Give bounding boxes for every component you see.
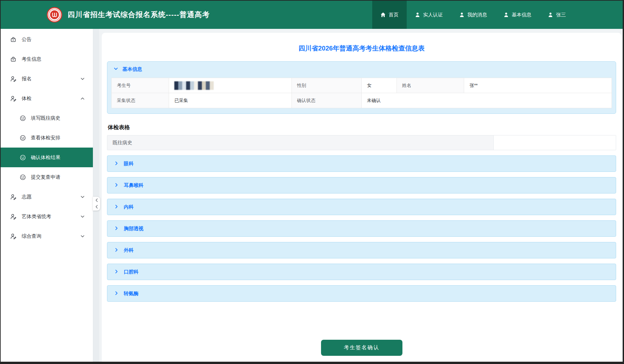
smiley-icon: [20, 154, 26, 161]
collection-status-value: 已采集: [169, 93, 291, 108]
basic-info-panel-title: 基本信息: [122, 66, 142, 72]
sidebar-item-label: 查看体检安排: [31, 135, 60, 141]
basic-info-table: 考生号 性别 女 姓名 张** 采集状态 已采集 确认状态: [111, 78, 612, 108]
basic-info-panel-body: 考生号 性别 女 姓名 张** 采集状态 已采集 确认状态: [107, 77, 616, 113]
nav-item-basic-info[interactable]: 基本信息: [495, 1, 540, 29]
medical-history-value: [494, 135, 616, 150]
name-label: 姓名: [397, 78, 464, 93]
table-row: 考生号 性别 女 姓名 张**: [112, 78, 612, 93]
sidebar-item-label: 志愿: [22, 194, 32, 200]
nav-item-home[interactable]: 首页: [372, 1, 407, 29]
exam-form-heading: 体检表格: [108, 124, 615, 131]
section-internal-medicine[interactable]: 内科: [107, 199, 616, 215]
nav-item-label: 我的消息: [467, 12, 487, 18]
section-label: 耳鼻喉科: [124, 182, 143, 189]
user-edit-icon: [10, 193, 17, 200]
user-edit-icon: [10, 75, 17, 82]
section-label: 转氨酶: [124, 291, 139, 297]
smiley-icon: [20, 135, 26, 141]
sidebar-collapse-handle[interactable]: [93, 197, 100, 211]
section-label: 内科: [124, 204, 134, 210]
chevron-down-icon: [80, 234, 85, 238]
sidebar-item-physical-exam[interactable]: 体检: [1, 89, 93, 108]
sidebar-gutter: [93, 29, 99, 362]
table-row: 采集状态 已采集 确认状态 未确认: [112, 93, 612, 108]
sidebar-subitem-fill-medical-history[interactable]: 填写既往病史: [1, 108, 93, 128]
sidebar-item-preferences[interactable]: 志愿: [1, 187, 93, 207]
nav-item-identity-verification[interactable]: 实人认证: [407, 1, 451, 29]
chevron-right-icon: [114, 269, 119, 275]
footer-actions: 考生签名确认: [107, 340, 616, 356]
brand: 四川省招生考试综合报名系统-----普通高考: [1, 7, 210, 23]
app-title: 四川省招生考试综合报名系统-----普通高考: [68, 10, 210, 20]
chevron-right-icon: [114, 161, 119, 167]
user-edit-icon: [10, 233, 17, 240]
sidebar-item-label: 报名: [22, 76, 32, 82]
chevron-down-icon: [80, 214, 85, 219]
section-ophthalmology[interactable]: 眼科: [107, 155, 616, 172]
chevron-right-icon: [114, 291, 119, 296]
archive-box-icon: [10, 36, 17, 43]
nav-item-user-zhangsan[interactable]: 张三: [540, 1, 574, 29]
sidebar-item-announcements[interactable]: 公告: [1, 30, 93, 49]
section-label: 外科: [124, 247, 134, 253]
home-icon: [380, 12, 386, 17]
basic-info-panel: 基本信息 考生号 性别 女: [107, 61, 616, 114]
chevron-right-icon: [114, 183, 119, 188]
nav-item-label: 实人认证: [423, 12, 443, 18]
sidebar-item-label: 体检: [22, 95, 32, 102]
header-nav: 首页 实人认证 我的消息 基本信息: [372, 1, 623, 29]
section-label: 眼科: [124, 161, 134, 167]
exam-number-value: [169, 78, 291, 93]
chevron-right-icon: [114, 226, 119, 232]
section-chest-xray[interactable]: 胸部透视: [107, 220, 616, 237]
sidebar-item-label: 公告: [22, 36, 32, 43]
collection-status-label: 采集状态: [112, 93, 169, 108]
confirmation-status-value: 未确认: [361, 93, 612, 108]
smiley-icon: [20, 115, 26, 121]
section-ent[interactable]: 耳鼻喉科: [107, 177, 616, 193]
sidebar-item-candidate-info[interactable]: 考生信息: [1, 49, 93, 69]
section-dental[interactable]: 口腔科: [107, 264, 616, 280]
section-surgery[interactable]: 外科: [107, 242, 616, 258]
section-label: 口腔科: [124, 269, 139, 275]
nav-item-label: 基本信息: [512, 12, 531, 18]
chevron-down-icon: [80, 195, 85, 199]
sidebar-item-label: 艺体类省统考: [22, 213, 51, 220]
masked-exam-number: [174, 81, 214, 90]
sidebar-subitem-view-exam-schedule[interactable]: 查看体检安排: [1, 128, 93, 148]
archive-box-icon: [10, 56, 17, 63]
sidebar-item-label: 考生信息: [22, 56, 41, 62]
chevron-left-icon: [95, 204, 98, 210]
sichuan-seal-logo-icon: [47, 7, 62, 23]
sidebar: 公告 考生信息 报名 体检: [1, 29, 93, 362]
basic-info-panel-header[interactable]: 基本信息: [107, 62, 616, 77]
section-label: 胸部透视: [124, 226, 143, 232]
name-value: 张**: [464, 78, 612, 93]
sidebar-item-label: 填写既往病史: [31, 115, 60, 121]
sidebar-subitem-submit-recheck-request[interactable]: 提交复查申请: [1, 167, 93, 187]
user-edit-icon: [10, 95, 17, 102]
chevron-left-icon: [95, 197, 98, 203]
user-icon: [504, 12, 509, 17]
gender-value: 女: [361, 78, 397, 93]
sidebar-item-art-sports-exam[interactable]: 艺体类省统考: [1, 207, 93, 226]
sidebar-item-label: 确认体检结果: [31, 154, 60, 161]
sidebar-item-comprehensive-query[interactable]: 综合查询: [1, 226, 93, 246]
nav-item-label: 张三: [556, 12, 566, 18]
app-window: 四川省招生考试综合报名系统-----普通高考 首页 实人认证 我的消息: [0, 0, 624, 364]
exam-number-label: 考生号: [112, 78, 169, 93]
chevron-right-icon: [114, 204, 119, 210]
medical-history-row: 既往病史: [107, 135, 616, 150]
user-icon: [415, 12, 420, 17]
sidebar-item-registration[interactable]: 报名: [1, 69, 93, 89]
candidate-signature-confirm-button[interactable]: 考生签名确认: [321, 340, 402, 356]
chevron-down-icon: [114, 67, 118, 72]
body-row: 公告 考生信息 报名 体检: [1, 29, 623, 362]
main-region: 四川省2026年普通高考考生体格检查信息表 基本信息: [99, 29, 623, 362]
section-transaminase[interactable]: 转氨酶: [107, 285, 616, 302]
sidebar-subitem-confirm-exam-results[interactable]: 确认体检结果: [1, 148, 93, 167]
nav-item-my-messages[interactable]: 我的消息: [451, 1, 495, 29]
user-icon: [459, 12, 464, 17]
content-card: 四川省2026年普通高考考生体格检查信息表 基本信息: [102, 33, 621, 362]
